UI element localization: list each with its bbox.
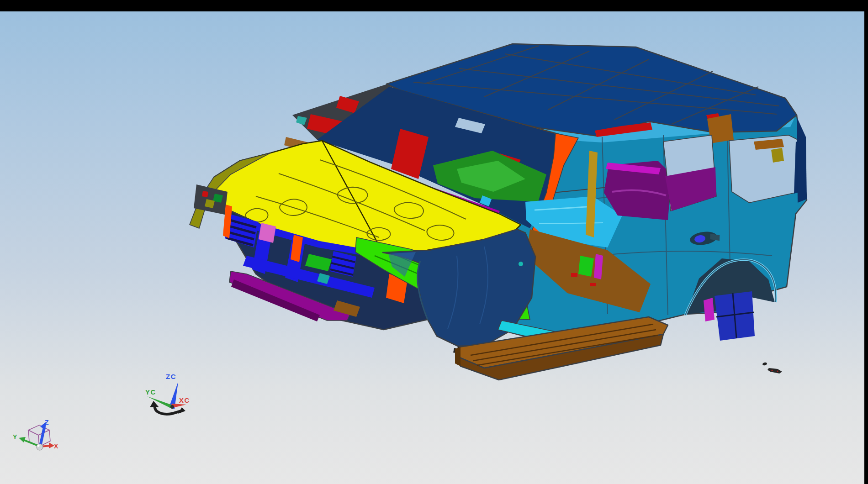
datum-z-label: Z <box>45 419 49 426</box>
wcs-xc-label: XC <box>179 396 190 404</box>
datum-csys[interactable]: Z Y X <box>13 419 58 450</box>
wcs-zc-label: ZC <box>166 373 176 380</box>
rear-corner-pillar[interactable] <box>797 117 807 203</box>
window-top-bar <box>0 0 868 11</box>
application-window: ZC YC XC Z Y X <box>0 0 868 484</box>
car-body-model[interactable] <box>190 44 807 380</box>
quarter-window-opening[interactable] <box>729 135 803 203</box>
wcs-triad[interactable]: ZC YC XC <box>145 373 190 414</box>
window-right-scrollbar[interactable] <box>864 0 868 484</box>
cad-3d-canvas[interactable]: ZC YC XC Z Y X <box>0 0 868 484</box>
datum-y-label: Y <box>13 433 17 441</box>
wcs-yc-label: YC <box>145 388 156 396</box>
datum-y-axis[interactable] <box>19 437 26 442</box>
debris-fragments[interactable] <box>762 362 782 374</box>
datum-x-label: X <box>54 442 58 450</box>
